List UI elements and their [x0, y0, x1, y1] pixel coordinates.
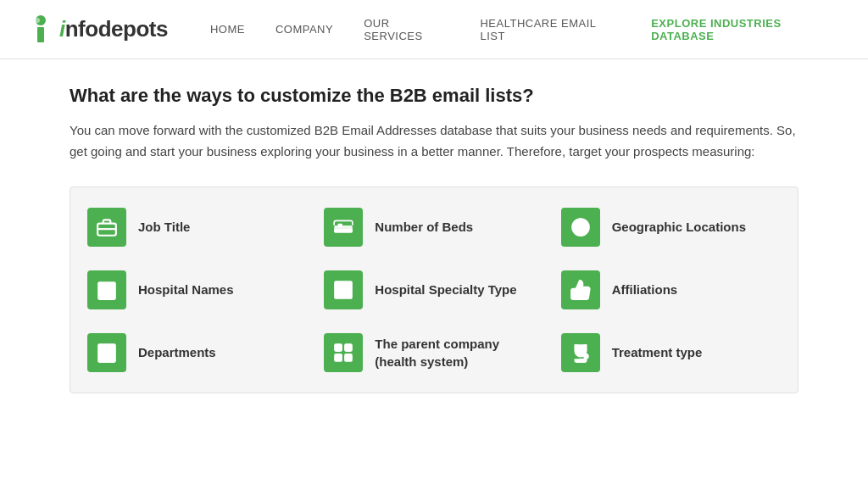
grid-item-label: Affiliations: [612, 281, 678, 298]
grid-icon: [324, 333, 363, 372]
grid-item: Job Title: [87, 208, 307, 247]
building-icon: [87, 333, 126, 372]
nav-healthcare-email[interactable]: HEALTHCARE EMAIL LIST: [480, 17, 620, 42]
nav-our-services[interactable]: OUR SERVICES: [364, 17, 449, 42]
grid-item-label: Geographic Locations: [612, 218, 746, 236]
svg-point-31: [584, 354, 587, 358]
grid-item: Hospital Specialty Type: [324, 270, 543, 309]
description: You can move forward with the customized…: [70, 120, 798, 163]
svg-rect-26: [345, 344, 352, 351]
grid-item-label: Hospital Names: [138, 281, 234, 298]
logo-text: infodepots: [59, 16, 168, 42]
svg-point-2: [35, 18, 40, 23]
bed-icon: [324, 208, 363, 247]
globe-icon: [561, 208, 600, 247]
grid-item: Affiliations: [561, 270, 781, 309]
grid-item: Treatment type: [561, 333, 781, 372]
grid-item-label: Job Title: [138, 218, 190, 236]
grid-item-label: Treatment type: [612, 343, 703, 361]
nav-company[interactable]: COMPANY: [275, 23, 333, 36]
page-title: What are the ways to customize the B2B e…: [70, 85, 798, 107]
stethoscope-icon: [561, 333, 600, 372]
grid-item: Departments: [87, 333, 307, 372]
briefcase-icon: [87, 208, 126, 247]
svg-rect-7: [338, 223, 342, 226]
main-nav: HOME COMPANY OUR SERVICES HEALTHCARE EMA…: [210, 17, 843, 42]
thumbs-up-icon: [561, 270, 600, 309]
svg-rect-28: [345, 354, 352, 361]
logo[interactable]: infodepots: [25, 14, 168, 45]
grid-item: The parent company (health system): [324, 333, 543, 372]
grid-item-label: Number of Beds: [375, 218, 473, 236]
svg-rect-27: [336, 354, 342, 361]
grid-item: Number of Beds: [324, 208, 543, 247]
hospital-icon: [87, 270, 126, 309]
nav-home[interactable]: HOME: [210, 23, 245, 36]
features-grid-container: Job TitleNumber of BedsGeographic Locati…: [70, 187, 798, 393]
hospital-plus-icon: [324, 270, 363, 309]
grid-item-label: Departments: [138, 343, 216, 361]
grid-item: Geographic Locations: [561, 208, 781, 247]
nav-explore-industries[interactable]: EXPLORE INDUSTRIES DATABASE: [651, 17, 843, 42]
features-grid: Job TitleNumber of BedsGeographic Locati…: [87, 208, 781, 372]
grid-item: Hospital Names: [87, 270, 307, 309]
svg-rect-16: [106, 287, 108, 292]
header: infodepots HOME COMPANY OUR SERVICES HEA…: [0, 0, 868, 59]
svg-rect-1: [37, 27, 44, 42]
grid-item-label: Hospital Specialty Type: [375, 281, 516, 298]
svg-rect-20: [98, 344, 115, 362]
main-content: What are the ways to customize the B2B e…: [53, 59, 815, 427]
svg-rect-6: [334, 229, 353, 232]
grid-item-label: The parent company (health system): [375, 335, 499, 370]
svg-rect-25: [336, 344, 342, 351]
logo-icon: [25, 14, 56, 45]
